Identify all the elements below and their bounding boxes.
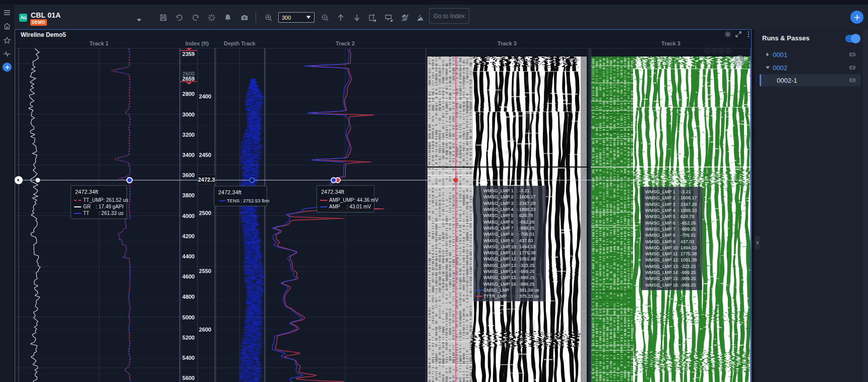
depth-track-label: 2400	[199, 93, 211, 99]
link-icon[interactable]	[848, 76, 856, 84]
well-title: CBL 01A	[31, 11, 61, 19]
tooltip-row: WMSG_LMP 13: -323.25	[476, 262, 543, 268]
tooltip-row: WMSG_LMP 11: 1775.38	[645, 251, 700, 257]
select-caret-icon	[306, 16, 311, 19]
track-header-2: Index (ft)	[185, 40, 209, 46]
curve-swatch	[320, 200, 327, 201]
curve-name: WMSG_LMP 4	[645, 208, 678, 213]
image-off-icon[interactable]	[415, 13, 424, 22]
tree-caret-icon[interactable]	[764, 65, 772, 70]
curve-value: : 261.33 us	[99, 210, 123, 216]
swatch-spacer	[476, 234, 482, 235]
tree-item-label: 0001	[773, 51, 848, 59]
tree-caret-icon[interactable]	[764, 52, 772, 57]
zoom-out-icon[interactable]	[321, 13, 330, 22]
curve-name: GR	[83, 204, 96, 209]
curve-name: WMSG_LMP 7	[483, 226, 517, 231]
curve-value: : -652.26	[678, 221, 696, 226]
zoom-level-select[interactable]: 300	[278, 12, 315, 23]
curve-name: WMSG_LMP 6	[645, 221, 678, 226]
tooltip-row: WMSG_LMP 9: 437.03	[645, 238, 700, 244]
sidebar-home-icon[interactable]	[3, 22, 12, 31]
sidebar-add-button[interactable]	[3, 63, 12, 72]
curve-name: TT	[83, 210, 99, 216]
index-depth-label: 4800	[182, 294, 195, 300]
toggle-knob	[851, 34, 860, 43]
runs-tree-item-0001[interactable]: 0001	[760, 48, 860, 61]
arrow-down-icon[interactable]	[352, 13, 361, 22]
curve-name: AMP	[329, 204, 347, 209]
curve-name: WMSG_LMP 12	[645, 257, 678, 262]
curve-name: WMSG_LMP 7	[645, 227, 678, 232]
tooltip-row: WMSG_LMP 11: 1775.38	[476, 250, 543, 256]
tooltip-row: TT_UMP: 261.52 us	[74, 197, 123, 203]
left-sidebar	[0, 5, 14, 382]
tooltip-depth-title: 2472.34ft	[218, 189, 264, 195]
plot-title: Wireline Demo5	[21, 31, 66, 38]
curve-value: : 437.03	[517, 238, 533, 243]
tooltip-row: WMSG_LMP 1: -3.21	[476, 188, 543, 194]
tooltip-row: WMSG_LMP 3: 2347.28	[645, 201, 700, 207]
tree-item-label: 0002-1	[777, 77, 848, 84]
sidebar-menu-icon[interactable]	[3, 8, 12, 17]
curve-name: WMSG_LMP 14	[645, 270, 678, 275]
tooltip-row: WMSG_LMP 5: 628.78	[645, 213, 700, 220]
index-depth-label: 4200	[182, 233, 195, 239]
tooltip-row: GMSG_LMP: 381.34 us	[476, 287, 543, 293]
link-icon[interactable]	[848, 64, 856, 72]
tooltip-row: WMSG_LMP 1: -3.21	[645, 189, 700, 195]
depth-track-label: 2450	[199, 152, 211, 158]
curve-value: : -999.25	[678, 276, 696, 281]
panel-collapse-handle[interactable]	[755, 236, 760, 249]
runs-passes-toggle[interactable]	[845, 35, 860, 42]
workspace-caret-icon[interactable]	[136, 15, 142, 24]
tension-curve-canvas[interactable]	[215, 48, 264, 382]
swatch-spacer	[476, 209, 482, 210]
fit-page-icon[interactable]	[367, 13, 377, 22]
tooltip-row: WMSG_LMP 2: 1606.17	[476, 194, 543, 200]
camera-icon[interactable]	[240, 13, 249, 22]
comment-icon[interactable]	[384, 13, 393, 22]
runs-tree-item-0002-1[interactable]: 0002-1	[760, 74, 860, 86]
plot-expand-icon[interactable]	[735, 31, 742, 38]
runs-passes-title: Runs & Passes	[762, 34, 810, 42]
curve-name: WMSG_LMP 11	[483, 250, 517, 255]
swatch-spacer	[476, 203, 482, 204]
index-depth-label: 2659	[182, 76, 195, 82]
track-header-5: Track 3	[498, 40, 517, 46]
link-icon[interactable]	[848, 50, 856, 59]
sidebar-star-icon[interactable]	[3, 36, 12, 45]
go-to-index-button[interactable]: Go to Index	[429, 8, 469, 24]
arrow-up-icon[interactable]	[336, 13, 345, 22]
swatch-spacer	[476, 284, 482, 285]
track-header-1: Track 1	[90, 40, 109, 46]
curve-swatch	[219, 200, 225, 201]
plot-kebab-icon[interactable]	[745, 31, 752, 38]
undo-icon[interactable]	[175, 13, 184, 22]
save-icon[interactable]	[159, 13, 168, 22]
curve-swatch	[74, 200, 81, 201]
swatch-spacer	[476, 265, 482, 266]
curve-name: WMSG_LMP 2	[645, 195, 678, 200]
redo-icon[interactable]	[191, 13, 200, 22]
curve-name: WMSG_LMP 15	[483, 275, 517, 280]
zoom-in-icon[interactable]	[264, 13, 273, 22]
index-depth-label: 3200	[182, 132, 195, 138]
sparkle-icon[interactable]	[207, 13, 216, 22]
curve-value: : -652.26	[517, 220, 535, 225]
plot-settings-icon[interactable]	[724, 31, 731, 38]
panel-scrollbar-gutter[interactable]	[863, 29, 868, 382]
curve-value: : 2347.28	[517, 201, 536, 206]
curve-value: : 628.78	[678, 214, 695, 219]
tooltip-row: WMSG_LMP 4: 1898.33	[476, 206, 543, 212]
curve-name: WMSG_LMP 3	[645, 202, 678, 207]
layers-off-icon[interactable]	[400, 13, 409, 22]
runs-tree-item-0002[interactable]: 0002	[760, 61, 860, 74]
sidebar-activity-icon[interactable]	[3, 49, 12, 59]
add-button[interactable]	[850, 11, 863, 24]
demo-badge: DEMO	[30, 19, 47, 26]
curve-value: : 1775.38	[678, 251, 697, 256]
tooltip-row: WMSG_LMP 16: -999.25	[476, 281, 543, 287]
bell-icon[interactable]	[223, 13, 232, 22]
index-depth-label: 3000	[182, 112, 195, 118]
